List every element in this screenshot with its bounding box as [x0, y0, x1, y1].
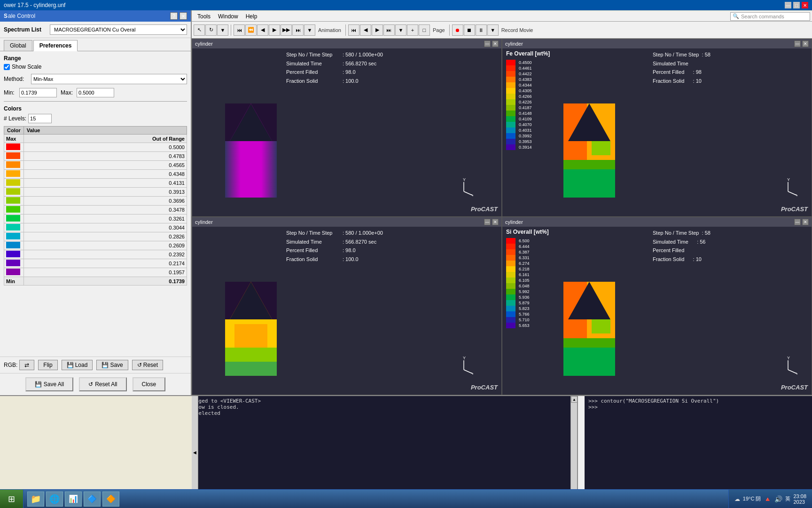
maximize-btn[interactable]: □ [793, 2, 800, 8]
viewport-bottom-left-titlebar: cylinder — ✕ [192, 217, 501, 227]
save-all-btn[interactable]: 💾 Save All [25, 377, 73, 391]
tab-preferences[interactable]: Preferences [33, 40, 78, 51]
value-cell-11: 0.2826 [23, 232, 187, 241]
menu-window[interactable]: Window [214, 11, 242, 21]
load-btn[interactable]: 💾 Load [62, 360, 93, 370]
viewport-close-btn[interactable]: ✕ [492, 40, 499, 47]
color-swatch-5[interactable] [6, 179, 20, 186]
panel-help-btn[interactable]: ? [170, 12, 178, 20]
color-cell-13 [4, 250, 24, 259]
toolbar-btn-last[interactable]: ⏭ [292, 24, 304, 36]
toolbar-btn-page-more[interactable]: ▼ [395, 24, 406, 36]
toolbar-group-nav: ↖ ↻ ▼ [194, 24, 228, 36]
toolbar-btn-stop[interactable]: ⏹ [464, 24, 475, 36]
viewport-bl-minimize-btn[interactable]: — [484, 219, 491, 225]
toolbar-btn-anim-more[interactable]: ▼ [304, 24, 315, 36]
colors-section: Colors # Levels: Color Value Max Out [4, 105, 187, 286]
taskbar-app-4[interactable]: 🔷 [84, 492, 101, 507]
color-swatch-11[interactable] [6, 233, 20, 239]
color-cell-14 [4, 259, 24, 268]
minimize-btn[interactable]: — [785, 2, 791, 8]
color-swatch-6[interactable] [6, 188, 20, 195]
viewport-br-minimize-btn[interactable]: — [794, 219, 801, 225]
toolbar-btn-play[interactable]: ▶ [269, 24, 280, 36]
value-cell-7: 0.3696 [23, 197, 187, 206]
svg-rect-35 [592, 319, 610, 333]
color-swatch-13[interactable] [6, 251, 20, 257]
viewport-minimize-btn[interactable]: — [484, 40, 491, 47]
levels-input[interactable] [28, 114, 52, 123]
menu-tools[interactable]: Tools [194, 11, 214, 21]
toolbar-btn-page-last[interactable]: ⏭ [383, 24, 395, 36]
svg-rect-11 [563, 169, 615, 198]
close-action-btn[interactable]: Close [133, 377, 166, 391]
taskbar-app-5[interactable]: 🔶 [102, 492, 119, 507]
toolbar-btn-rotate[interactable]: ↻ [205, 24, 217, 36]
rgb-toggle-btn[interactable]: ⇄ [19, 360, 34, 370]
toolbar-btn-select[interactable]: ↖ [194, 24, 205, 36]
tray-network: 🔺 [764, 495, 772, 503]
tab-global[interactable]: Global [4, 40, 32, 51]
taskbar-app-software[interactable]: 📊 [65, 492, 82, 507]
viewport-tr-minimize-btn[interactable]: — [794, 40, 801, 47]
color-swatch-12[interactable] [6, 242, 20, 248]
search-commands-box[interactable]: 🔍 Search commands [730, 12, 810, 21]
toolbar-btn-pause[interactable]: ⏸ [476, 24, 487, 36]
viewport-bottom-right: cylinder — ✕ Si Overall [wt%] Step No / … [502, 217, 812, 395]
color-cell-0: Max [4, 135, 24, 143]
taskbar-app-ie[interactable]: 🌐 [46, 492, 63, 507]
svg-text:Y: Y [787, 177, 790, 182]
toolbar-btn-record[interactable]: ⏺ [452, 24, 463, 36]
color-swatch-2[interactable] [6, 152, 20, 159]
save-btn[interactable]: 💾 Save [96, 360, 128, 370]
method-select[interactable]: Min-Max [31, 74, 187, 84]
color-swatch-8[interactable] [6, 206, 20, 213]
taskbar-app-folder[interactable]: 📁 [27, 492, 44, 507]
close-btn[interactable]: ✕ [802, 2, 808, 8]
color-swatch-1[interactable] [6, 143, 20, 150]
show-scale-checkbox[interactable] [4, 64, 10, 70]
viewport-bl-close-btn[interactable]: ✕ [492, 219, 499, 225]
toolbar-btn-first[interactable]: ⏮ [234, 24, 245, 36]
panel-close-btn[interactable]: ✕ [180, 12, 187, 20]
toolbar-btn-page-next[interactable]: ▶ [372, 24, 383, 36]
flip-btn[interactable]: Flip [38, 360, 57, 370]
viewport-bottom-right-title: cylinder [505, 219, 523, 225]
color-swatch-3[interactable] [6, 161, 20, 168]
scroll-up-btn[interactable]: ▲ [571, 396, 578, 403]
start-button[interactable]: ⊞ [0, 490, 23, 508]
toolbar-btn-page-prev[interactable]: ◀ [360, 24, 371, 36]
levels-label: # Levels: [4, 115, 26, 122]
color-swatch-7[interactable] [6, 197, 20, 204]
color-cell-15 [4, 268, 24, 277]
reset-btn[interactable]: ↺ Reset [132, 360, 163, 370]
reset-all-btn[interactable]: ↺ Reset All [79, 377, 126, 391]
toolbar-btn-step-fwd[interactable]: ▶▶ [281, 24, 292, 36]
axes-indicator-tl: Y X [454, 177, 473, 198]
color-swatch-15[interactable] [6, 269, 20, 275]
svg-text:Y: Y [463, 356, 466, 360]
menu-help[interactable]: Help [242, 11, 261, 21]
toolbar-btn-page-more2[interactable]: + [407, 24, 418, 36]
color-cell-4 [4, 170, 24, 179]
toolbar-btn-more[interactable]: ▼ [217, 24, 228, 36]
tray-lang: 英 [785, 495, 790, 502]
toolbar-btn-page-first[interactable]: ⏮ [348, 24, 359, 36]
color-swatch-9[interactable] [6, 215, 20, 222]
toolbar-btn-prev[interactable]: ⏪ [245, 24, 257, 36]
color-cell-12 [4, 241, 24, 250]
cylinder-shape-top-left [220, 75, 281, 198]
max-input[interactable] [77, 88, 114, 97]
color-swatch-10[interactable] [6, 224, 20, 230]
color-cell-6 [4, 188, 24, 197]
color-swatch-4[interactable] [6, 170, 20, 177]
toolbar-btn-step-back[interactable]: ◀ [257, 24, 268, 36]
min-input[interactable] [19, 88, 57, 97]
toolbar-btn-page-more3[interactable]: □ [419, 24, 430, 36]
spectrum-select[interactable]: MACROSEGREGATION Cu Overal [50, 24, 187, 35]
viewport-br-close-btn[interactable]: ✕ [802, 219, 809, 225]
viewport-tr-close-btn[interactable]: ✕ [802, 40, 809, 47]
color-swatch-14[interactable] [6, 260, 20, 266]
svg-text:X: X [471, 193, 473, 196]
toolbar-btn-record-more[interactable]: ▼ [487, 24, 499, 36]
